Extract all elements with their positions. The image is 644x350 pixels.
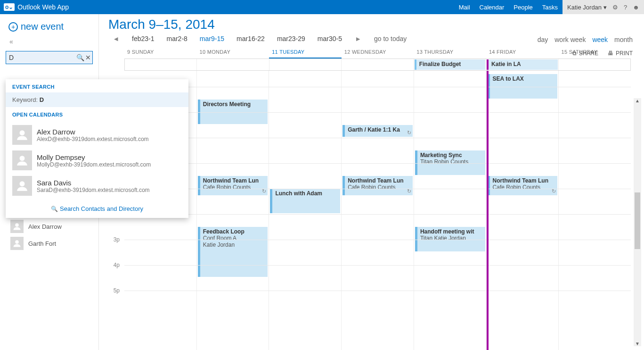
- day-header[interactable]: 14 FRIDAY: [486, 47, 559, 58]
- nav-people[interactable]: People: [509, 0, 537, 14]
- scroll-down-icon[interactable]: ▼: [634, 341, 641, 346]
- caret-down-icon: ▾: [603, 4, 607, 11]
- search-icon[interactable]: 🔍: [76, 54, 84, 61]
- app-logo: o⌄ Outlook Web App: [0, 3, 73, 11]
- person-suggestion[interactable]: Sara Davis SaraD@exhb-3919dom.extest.mic…: [6, 173, 188, 199]
- calendar-event[interactable]: Northwind Team LunCafe Robin Counts↻: [198, 176, 268, 195]
- clear-search-icon[interactable]: ✕: [85, 54, 91, 61]
- keyword-value: D: [40, 96, 44, 103]
- day-header-row: 9 SUNDAY10 MONDAY11 TUESDAY12 WEDNESDAY1…: [124, 47, 631, 58]
- hour-label: 3p: [99, 236, 124, 262]
- calendar-event[interactable]: Handoff meeting witTitan Katie Jordan: [415, 227, 485, 251]
- scroll-thumb[interactable]: [635, 192, 640, 249]
- calendar-event[interactable]: Directors Meeting: [198, 100, 268, 124]
- avatar: [12, 125, 32, 145]
- calendar-owner-name: Alex Darrow: [28, 223, 62, 230]
- day-header[interactable]: 12 WEDNESDAY: [342, 47, 414, 58]
- day-header[interactable]: 11 TUESDAY: [269, 47, 342, 59]
- user-menu[interactable]: Katie Jordan ▾: [567, 4, 607, 11]
- global-header: o⌄ Outlook Web App MailCalendarPeopleTas…: [0, 0, 644, 14]
- calendar-event[interactable]: Northwind Team LunCafe Robin Counts↻: [488, 176, 558, 195]
- person-email: AlexD@exhb-3919dom.extest.microsoft.com: [37, 136, 149, 142]
- nav-mail[interactable]: Mail: [454, 0, 475, 14]
- calendar-event[interactable]: Lunch with Adam: [270, 189, 340, 213]
- view-work-week[interactable]: work week: [554, 36, 586, 43]
- weeks-prev[interactable]: ◀: [112, 36, 120, 42]
- week-option[interactable]: mar23-29: [277, 35, 305, 42]
- weeks-next[interactable]: ▶: [354, 36, 362, 42]
- allday-cell[interactable]: Finalize Budget: [414, 59, 486, 70]
- view-day[interactable]: day: [538, 36, 548, 43]
- search-directory-link[interactable]: Search Contacts and Directory: [6, 200, 188, 218]
- allday-cell[interactable]: [269, 59, 342, 70]
- avatar: [10, 237, 24, 250]
- allday-cell[interactable]: [559, 59, 630, 70]
- person-name: Molly Dempsey: [37, 153, 151, 161]
- hour-label: 5p: [99, 287, 124, 313]
- calendar-event[interactable]: SEA to LAX: [488, 74, 558, 99]
- plus-icon: +: [8, 22, 18, 32]
- day-header[interactable]: 13 THURSDAY: [414, 47, 486, 58]
- calendar-owner-name: Garth Fort: [28, 240, 56, 247]
- calendar-event[interactable]: Marketing SyncTitan Robin Counts: [415, 150, 485, 175]
- week-option[interactable]: mar16-22: [236, 35, 265, 42]
- user-area: Katie Jordan ▾ ⚙ ? ☻: [562, 0, 644, 14]
- all-day-row: Finalize BudgetKatie in LA: [124, 58, 631, 71]
- share-icon: ⧉: [572, 50, 577, 57]
- allday-cell[interactable]: [197, 59, 269, 70]
- date-range-title: March 9–15, 2014: [108, 17, 644, 32]
- view-switcher: daywork weekweekmonth: [538, 36, 633, 43]
- week-option[interactable]: mar2-8: [166, 35, 187, 42]
- allday-cell[interactable]: Katie in LA: [486, 59, 558, 70]
- allday-event[interactable]: Katie in LA: [487, 59, 557, 70]
- event-search-header: EVENT SEARCH: [6, 79, 188, 92]
- new-event-button[interactable]: + new event: [0, 21, 98, 36]
- view-month[interactable]: month: [614, 36, 633, 43]
- other-calendar-item[interactable]: Alex Darrow: [0, 218, 98, 235]
- keyword-suggestion[interactable]: Keyword: D: [6, 92, 188, 107]
- week-option[interactable]: feb23-1: [132, 35, 154, 42]
- allday-event[interactable]: Finalize Budget: [415, 59, 485, 70]
- nav-tasks[interactable]: Tasks: [538, 0, 562, 14]
- recurring-icon: ↻: [262, 188, 266, 194]
- svg-point-1: [20, 156, 25, 161]
- view-week[interactable]: week: [592, 36, 608, 43]
- calendar-event[interactable]: Feedback LoopConf Room AKatie Jordan: [198, 227, 268, 277]
- avatar: [12, 176, 32, 196]
- print-button[interactable]: 🖶PRINT: [608, 50, 633, 57]
- sidebar: + new event « 🔍 ✕ EVENT SEARCH Keyword: …: [0, 14, 99, 350]
- recurring-icon: ↻: [552, 188, 556, 194]
- day-header[interactable]: 9 SUNDAY: [124, 47, 197, 58]
- go-to-today[interactable]: go to today: [374, 35, 407, 42]
- search-suggestion-popup: EVENT SEARCH Keyword: D OPEN CALENDARS A…: [6, 79, 188, 218]
- calendar-event[interactable]: Garth / Katie 1:1 Ka↻: [342, 125, 413, 137]
- app-brand: Outlook Web App: [17, 3, 69, 11]
- open-calendars-header: OPEN CALENDARS: [6, 107, 188, 120]
- vertical-scrollbar[interactable]: ▲ ▼: [634, 98, 641, 346]
- share-button[interactable]: ⧉SHARE: [572, 50, 598, 57]
- profile-icon[interactable]: ☻: [633, 4, 639, 11]
- person-suggestion[interactable]: Alex Darrow AlexD@exhb-3919dom.extest.mi…: [6, 122, 188, 148]
- allday-cell[interactable]: [125, 59, 197, 70]
- calendar-event[interactable]: Northwind Team LunCafe Robin Counts↻: [342, 176, 413, 195]
- allday-cell[interactable]: [342, 59, 414, 70]
- avatar: [12, 150, 32, 170]
- new-event-label: new event: [21, 21, 64, 32]
- other-calendar-item[interactable]: Garth Fort: [0, 235, 98, 252]
- svg-point-4: [15, 240, 19, 244]
- primary-nav: MailCalendarPeopleTasks: [454, 0, 562, 14]
- day-header[interactable]: 10 MONDAY: [197, 47, 269, 58]
- person-email: MollyD@exhb-3919dom.extest.microsoft.com: [37, 161, 151, 168]
- help-icon[interactable]: ?: [624, 4, 627, 11]
- week-option[interactable]: mar30-5: [318, 35, 342, 42]
- person-name: Sara Davis: [37, 179, 150, 187]
- nav-calendar[interactable]: Calendar: [475, 0, 509, 14]
- svg-point-0: [20, 130, 25, 135]
- settings-icon[interactable]: ⚙: [612, 4, 618, 11]
- scroll-up-icon[interactable]: ▲: [634, 98, 641, 103]
- user-name-label: Katie Jordan: [567, 4, 602, 11]
- person-suggestion[interactable]: Molly Dempsey MollyD@exhb-3919dom.extest…: [6, 148, 188, 173]
- sidebar-collapse-button[interactable]: «: [0, 36, 98, 47]
- recurring-icon: ↻: [407, 130, 411, 136]
- week-option[interactable]: mar9-15: [200, 35, 224, 42]
